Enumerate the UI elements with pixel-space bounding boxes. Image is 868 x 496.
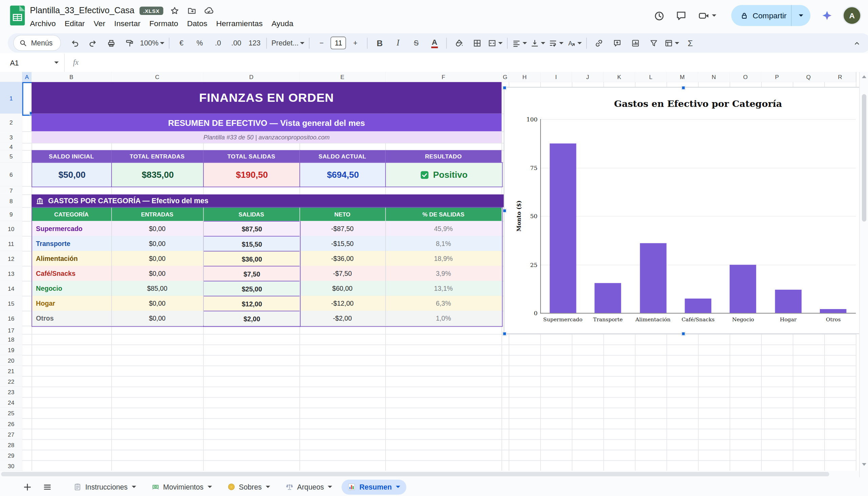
collapse-toolbar-button[interactable] [848,35,866,50]
scroll-up-icon[interactable] [860,72,868,81]
row-header-18[interactable]: 18 [0,334,23,345]
horizontal-align-button[interactable] [511,35,529,50]
cell-categoria-supermercado[interactable]: Supermercado [32,221,116,236]
text-rotation-button[interactable]: A [565,35,584,50]
cell-pct-salidas-supermercado[interactable]: 45,9% [385,221,501,236]
cell-neto-alimentacion[interactable]: -$36,00 [300,251,385,266]
column-header-r[interactable]: R [824,72,856,82]
comments-icon[interactable] [670,4,692,27]
bar-transporte[interactable] [595,283,621,313]
bar-otros[interactable] [820,309,846,313]
row-header-29[interactable]: 29 [0,450,23,461]
zoom-select[interactable]: 100% [138,35,166,50]
table-views-button[interactable] [663,35,681,50]
name-box[interactable]: A1 [0,58,64,66]
row-header-14[interactable]: 14 [0,281,23,296]
document-title[interactable]: Plantilla_33_Efectivo_Casa [30,5,134,15]
undo-button[interactable] [65,35,84,50]
cell-salidas-hogar[interactable]: $12,00 [203,296,301,312]
row-header-5[interactable]: 5 [0,150,23,163]
cell-entradas-otros[interactable]: $0,00 [111,311,203,326]
row-header-26[interactable]: 26 [0,418,23,430]
bar-hogar[interactable] [775,290,801,313]
cell-pct-salidas-negocio[interactable]: 13,1% [385,281,501,296]
horizontal-scrollbar-thumb[interactable] [1,472,829,476]
row-header-1[interactable]: 1 [0,82,23,114]
gemini-icon[interactable] [816,4,838,27]
column-header-q[interactable]: Q [793,72,825,82]
cell-neto-otros[interactable]: -$2,00 [300,311,385,326]
tab-menu-caret-icon[interactable] [131,486,136,488]
cell-salidas-negocio[interactable]: $25,00 [203,281,301,297]
cell-pct-salidas-otros[interactable]: 1,0% [385,311,501,326]
star-icon[interactable] [168,4,181,17]
bar-supermercado[interactable] [550,143,576,313]
column-header-i[interactable]: I [540,72,572,82]
sheet-tab-arqueos[interactable]: Arqueos [279,479,338,494]
text-wrap-button[interactable] [547,35,565,50]
cell-categoria-otros[interactable]: Otros [32,311,116,326]
chart-selection-handle[interactable] [502,331,506,335]
chart-selection-handle[interactable] [502,86,506,89]
cell-entradas-supermercado[interactable]: $0,00 [111,221,203,236]
increase-font-size-button[interactable]: + [346,35,365,50]
row-header-7[interactable]: 7 [0,186,23,195]
bar-negocio[interactable] [730,265,756,313]
cell-pct-salidas-transporte[interactable]: 8,1% [385,236,501,251]
row-header-22[interactable]: 22 [0,376,23,387]
cell-neto-hogar[interactable]: -$12,00 [300,296,385,311]
cell-neto-transporte[interactable]: -$15,50 [300,236,385,251]
row-header-4[interactable]: 4 [0,143,23,151]
redo-button[interactable] [84,35,102,50]
share-button[interactable]: Compartir [731,5,810,26]
cell-entradas-hogar[interactable]: $0,00 [111,296,203,311]
filter-button[interactable] [645,35,663,50]
bar-alimentacion[interactable] [640,243,666,313]
tab-menu-caret-icon[interactable] [266,486,270,488]
row-header-28[interactable]: 28 [0,439,23,451]
cell-categoria-transporte[interactable]: Transporte [32,236,116,251]
more-formats-button[interactable]: 123 [245,35,264,50]
row-header-12[interactable]: 12 [0,251,23,267]
row-header-2[interactable]: 2 [0,114,23,132]
column-header-k[interactable]: K [604,72,636,82]
cell-entradas-negocio[interactable]: $85,00 [111,281,203,296]
format-currency-button[interactable]: € [172,35,191,50]
column-header-g[interactable]: G [501,72,509,82]
column-header-o[interactable]: O [730,72,762,82]
cell-neto-cafe-snacks[interactable]: -$7,50 [300,266,385,281]
cell-neto-negocio[interactable]: $60,00 [300,281,385,296]
row-header-19[interactable]: 19 [0,345,23,356]
row-header-24[interactable]: 24 [0,397,23,408]
strikethrough-button[interactable]: S [407,35,425,50]
insert-chart-button[interactable] [626,35,645,50]
select-all-corner[interactable] [0,72,23,82]
all-sheets-button[interactable] [40,480,54,494]
share-main[interactable]: Compartir [731,11,791,20]
fill-color-button[interactable] [450,35,468,50]
column-header-e[interactable]: E [300,72,386,82]
version-history-icon[interactable] [648,4,670,27]
paint-format-button[interactable] [120,35,138,50]
cell-entradas-transporte[interactable]: $0,00 [111,236,203,251]
row-header-11[interactable]: 11 [0,236,23,252]
text-color-button[interactable]: A [425,35,444,50]
row-header-15[interactable]: 15 [0,296,23,311]
decrease-font-size-button[interactable]: − [312,35,331,50]
increase-decimals-button[interactable]: .00 [227,35,245,50]
share-dropdown[interactable] [792,5,811,26]
tab-menu-caret-icon[interactable] [208,486,212,488]
column-header-p[interactable]: P [761,72,793,82]
row-header-20[interactable]: 20 [0,355,23,367]
row-header-3[interactable]: 3 [0,131,23,143]
chart-selection-handle[interactable] [681,86,685,89]
menu-ayuda[interactable]: Ayuda [267,18,298,29]
sheet-tab-sobres[interactable]: Sobres [221,479,276,494]
column-header-f[interactable]: F [385,72,502,82]
column-header-j[interactable]: J [572,72,604,82]
column-header-d[interactable]: D [203,72,300,82]
cell-pct-salidas-cafe-snacks[interactable]: 3,9% [385,266,501,281]
borders-button[interactable] [468,35,486,50]
row-header-13[interactable]: 13 [0,266,23,282]
format-percent-button[interactable]: % [191,35,209,50]
